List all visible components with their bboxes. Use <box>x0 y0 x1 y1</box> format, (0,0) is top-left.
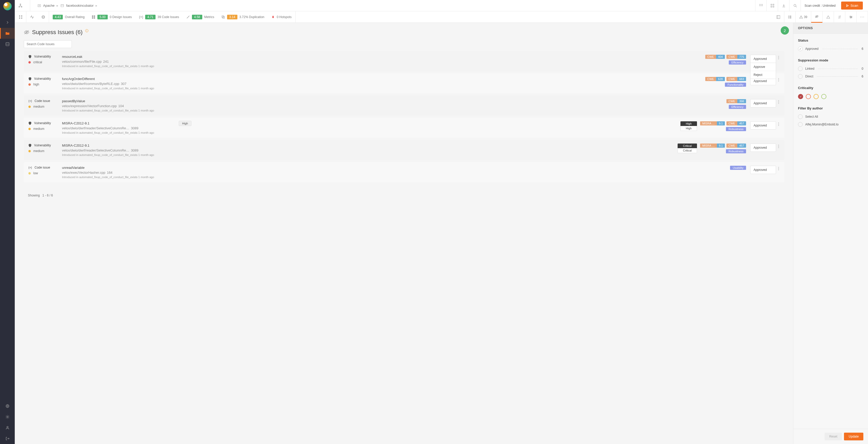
nav-scan[interactable] <box>0 39 15 49</box>
alert-button[interactable] <box>823 11 834 23</box>
suppression-section-title: Suppression mode <box>798 58 863 62</box>
svg-rect-34 <box>788 16 789 16</box>
criticality-critical-toggle[interactable] <box>798 94 803 99</box>
breadcrumb-org[interactable]: Apache <box>43 4 55 7</box>
category-badge: Robustness <box>726 127 746 131</box>
layout-button[interactable] <box>773 11 784 23</box>
criticality-low-toggle[interactable] <box>821 94 827 99</box>
apps-button[interactable] <box>767 0 778 11</box>
more-vertical-icon <box>778 56 779 59</box>
activity-button[interactable] <box>26 11 38 23</box>
settings-button[interactable] <box>845 11 857 23</box>
issue-row[interactable]: Vulnerability high funcArgOrderDifferent… <box>24 73 784 94</box>
author-filter-item[interactable]: Alfej.Momin@Embold.Io <box>798 122 863 127</box>
overall-rating[interactable]: 4.43Overall Rating <box>49 11 88 23</box>
nav-logout[interactable] <box>0 433 15 444</box>
svg-point-49 <box>778 57 779 58</box>
hierarchy-icon[interactable] <box>18 3 23 8</box>
svg-point-62 <box>778 147 779 148</box>
suppress-tab[interactable] <box>811 11 823 23</box>
issue-row[interactable]: Vulnerability medium MISRA-C2012-9.1 vel… <box>24 140 784 160</box>
criticality-high-toggle[interactable] <box>806 94 811 99</box>
svg-rect-24 <box>21 18 22 19</box>
more-button[interactable] <box>857 11 868 23</box>
status-dropdown[interactable]: Approved <box>750 55 776 63</box>
update-button[interactable]: Update <box>844 433 863 440</box>
svg-point-57 <box>778 123 779 124</box>
svg-point-48 <box>778 56 779 57</box>
issue-more-button[interactable] <box>778 166 780 171</box>
reset-button[interactable]: Reset <box>825 433 842 440</box>
svg-rect-8 <box>38 4 41 7</box>
cwe-badge: CWE404 <box>705 55 725 59</box>
dropdown-option[interactable]: Reject <box>750 71 776 79</box>
severity-dot <box>28 106 31 108</box>
nav-projects[interactable] <box>0 28 15 39</box>
globe-button[interactable] <box>38 11 49 23</box>
nav-user[interactable] <box>0 422 15 433</box>
issue-row[interactable]: High Vulnerability medium MISRA-C2012-9.… <box>24 118 784 138</box>
category-badge: Functionality <box>725 82 746 87</box>
search-input[interactable] <box>24 40 72 48</box>
svg-rect-21 <box>19 15 20 16</box>
grid-view-button[interactable] <box>755 0 767 11</box>
svg-rect-16 <box>771 4 772 5</box>
status-dropdown[interactable]: Approved <box>750 166 776 174</box>
suppression-direct-filter[interactable]: Direct 6 <box>798 74 863 79</box>
design-issues[interactable]: 5.000 Design Issues <box>88 11 135 23</box>
metrics-score[interactable]: 4.58Metrics <box>183 11 218 23</box>
activity-icon <box>30 15 34 19</box>
breadcrumb[interactable]: Apache ▸ facebookincubator ▸ <box>37 4 97 7</box>
criticality-medium-toggle[interactable] <box>813 94 819 99</box>
issue-row[interactable]: {×}Code issue low unreadVariable velox/e… <box>24 162 784 182</box>
search-button[interactable] <box>789 0 801 11</box>
chevron-down-icon <box>772 125 773 126</box>
nav-settings-gear[interactable] <box>0 411 15 422</box>
svg-rect-35 <box>789 16 791 16</box>
list-icon <box>788 15 792 19</box>
svg-point-51 <box>778 78 779 79</box>
list-button[interactable] <box>784 11 796 23</box>
top-bar: Apache ▸ facebookincubator ▸ Scan credit… <box>15 0 868 11</box>
status-dropdown[interactable]: Approved <box>750 121 776 130</box>
warnings-count[interactable]: 39 <box>796 11 811 23</box>
download-button[interactable] <box>778 0 789 11</box>
duplication[interactable]: 3.143.72% Duplication <box>218 11 268 23</box>
info-icon[interactable]: i <box>85 29 88 32</box>
suppression-linked-filter[interactable]: Linked 0 <box>798 66 863 71</box>
svg-point-52 <box>778 79 779 80</box>
hotspots[interactable]: 0 Hotspots <box>268 11 295 23</box>
radio-icon <box>798 66 803 71</box>
svg-point-56 <box>778 103 779 104</box>
svg-point-14 <box>761 5 761 6</box>
dropdown-option[interactable]: Approve <box>750 63 776 71</box>
expand-rail-button[interactable] <box>0 17 15 28</box>
shield-icon <box>28 144 32 147</box>
chevron-down-icon <box>772 80 773 82</box>
issue-path: velox/dwio/dwrf/reader/SelectiveColumnRe… <box>62 148 673 152</box>
status-approved-filter[interactable]: Approved 6 <box>798 46 863 51</box>
issue-row[interactable]: {×}Code issue medium passedByValue velox… <box>24 96 784 116</box>
nav-settings-wheel[interactable] <box>0 401 15 411</box>
svg-point-53 <box>778 81 779 81</box>
issue-more-button[interactable] <box>778 77 780 82</box>
breadcrumb-repo[interactable]: facebookincubator <box>66 4 94 7</box>
svg-rect-28 <box>94 15 95 17</box>
svg-point-6 <box>19 6 20 7</box>
issue-row[interactable]: Vulnerability critical resourceLeak velo… <box>24 51 784 71</box>
svg-point-42 <box>851 17 852 17</box>
metrics-grid-button[interactable] <box>15 11 26 23</box>
status-dropdown[interactable]: Approved <box>750 143 776 152</box>
issue-more-button[interactable] <box>778 143 780 149</box>
issue-more-button[interactable] <box>778 121 780 127</box>
scan-credit-label: Scan credit : Unlimited <box>801 0 839 11</box>
code-issues[interactable]: {×}4.7139 Code Issues <box>135 11 183 23</box>
issue-name: resourceLeak <box>62 55 700 59</box>
author-select-all[interactable]: Select All <box>798 114 863 119</box>
issue-more-button[interactable] <box>778 55 780 60</box>
svg-rect-17 <box>773 4 774 5</box>
status-dropdown[interactable]: Approved <box>750 99 776 107</box>
scan-button[interactable]: Scan <box>841 2 863 9</box>
issue-more-button[interactable] <box>778 99 780 105</box>
compare-button[interactable] <box>834 11 845 23</box>
